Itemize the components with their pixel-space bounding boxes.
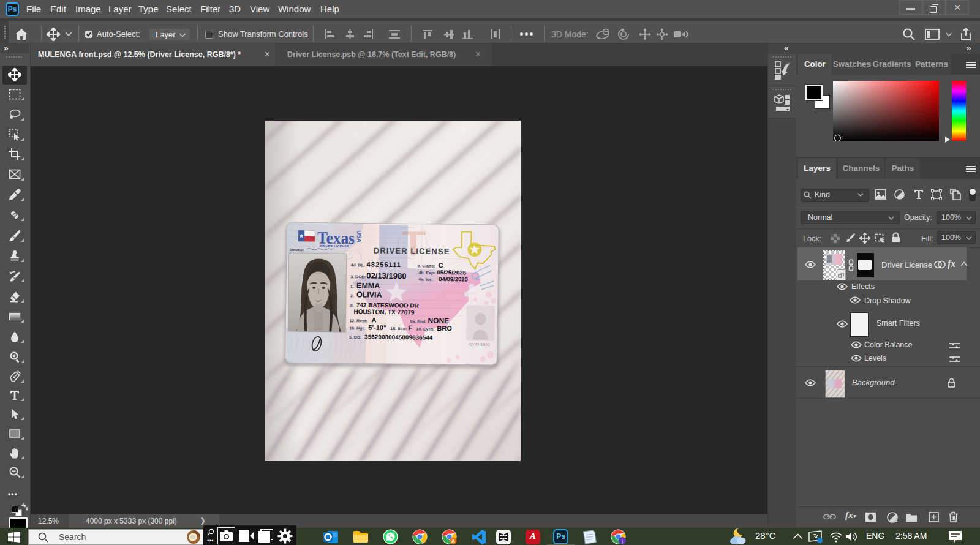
svg-text:DRIVER LICENSE: DRIVER LICENSE	[320, 244, 349, 249]
svg-text:4d. DL:: 4d. DL:	[351, 263, 366, 267]
svg-text:2.: 2.	[350, 293, 354, 298]
svg-text:USA: USA	[356, 230, 363, 242]
svg-text:02/13/1980: 02/13/1980	[366, 271, 406, 280]
svg-text:j: j	[621, 538, 623, 544]
svg-text:12. Rest:: 12. Rest:	[349, 318, 367, 323]
svg-text:Director:: Director:	[290, 248, 304, 252]
svg-text:C: C	[438, 261, 443, 269]
svg-text:5. DD:: 5. DD:	[349, 335, 361, 339]
svg-text:F: F	[408, 324, 412, 331]
svg-text:9a. End:: 9a. End:	[410, 319, 426, 323]
svg-text:1.: 1.	[350, 284, 354, 288]
svg-text:15. Sex:: 15. Sex:	[390, 326, 407, 331]
svg-text:A: A	[371, 317, 376, 324]
svg-text:4a. Iss:: 4a. Iss:	[418, 277, 433, 282]
svg-text:04/09/2020: 04/09/2020	[439, 276, 468, 283]
svg-text:EMMA: EMMA	[356, 281, 380, 290]
svg-text:BRO: BRO	[437, 325, 452, 332]
svg-text:A: A	[451, 538, 455, 544]
svg-text:DRIVER LICENSE: DRIVER LICENSE	[374, 246, 450, 257]
svg-text:48256111: 48256111	[367, 260, 402, 268]
svg-text:8.: 8.	[350, 303, 354, 307]
svg-text:3. DOB:: 3. DOB:	[350, 274, 366, 279]
svg-text:9. Class:: 9. Class:	[418, 264, 435, 268]
svg-text:35629080045009636544: 35629080045009636544	[364, 333, 433, 340]
svg-text:5'-10": 5'-10"	[368, 324, 386, 331]
svg-text:HOUSTON, TX 77079: HOUSTON, TX 77079	[354, 308, 415, 315]
svg-text:05/25/2026: 05/25/2026	[437, 269, 466, 276]
svg-text:OLIVIA: OLIVIA	[356, 290, 382, 299]
